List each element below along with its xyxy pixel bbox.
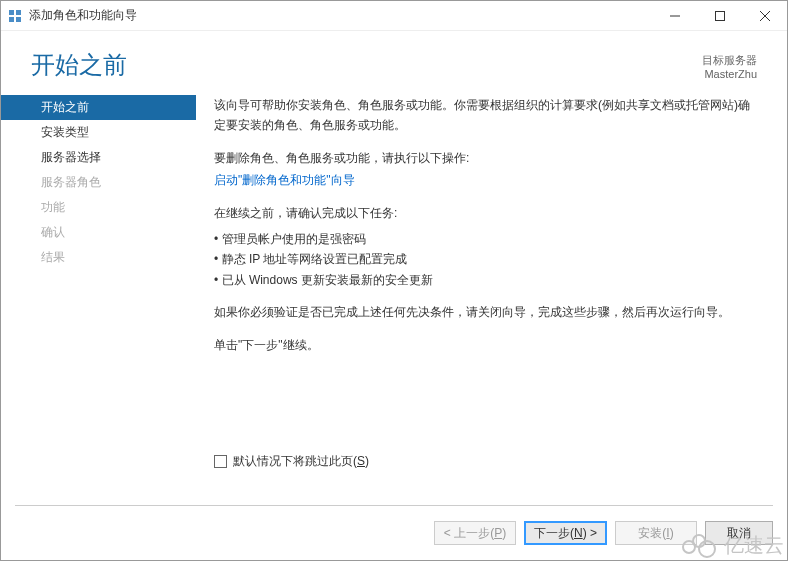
tasks-hint: 在继续之前，请确认完成以下任务: xyxy=(214,203,757,223)
minimize-icon xyxy=(670,11,680,21)
skip-label: 默认情况下将跳过此页(S) xyxy=(233,451,369,471)
wizard-window: 添加角色和功能向导 开始之前 目标服务器 MasterZhu 开始之前 安装类型… xyxy=(0,0,788,561)
sidebar-item-label: 服务器选择 xyxy=(41,150,101,164)
content: 该向导可帮助你安装角色、角色服务或功能。你需要根据组织的计算要求(例如共享文档或… xyxy=(196,89,787,501)
sidebar-item-label: 结果 xyxy=(41,250,65,264)
sidebar-item-label: 开始之前 xyxy=(41,100,89,114)
app-icon xyxy=(7,8,23,24)
target-server-box: 目标服务器 MasterZhu xyxy=(702,53,757,80)
page-title: 开始之前 xyxy=(31,49,702,81)
task-item: 已从 Windows 更新安装最新的安全更新 xyxy=(214,270,757,290)
remove-wizard-link[interactable]: 启动"删除角色和功能"向导 xyxy=(214,173,355,187)
header: 开始之前 目标服务器 MasterZhu xyxy=(1,31,787,89)
svg-rect-5 xyxy=(715,11,724,20)
sidebar-item-results: 结果 xyxy=(1,245,196,270)
task-item: 管理员帐户使用的是强密码 xyxy=(214,229,757,249)
skip-option[interactable]: 默认情况下将跳过此页(S) xyxy=(214,451,757,471)
task-list: 管理员帐户使用的是强密码 静态 IP 地址等网络设置已配置完成 已从 Windo… xyxy=(214,229,757,290)
close-button[interactable] xyxy=(742,1,787,31)
maximize-icon xyxy=(715,11,725,21)
titlebar: 添加角色和功能向导 xyxy=(1,1,787,31)
svg-rect-3 xyxy=(16,17,21,22)
previous-button: < 上一步(P) xyxy=(434,521,516,545)
sidebar: 开始之前 安装类型 服务器选择 服务器角色 功能 确认 结果 xyxy=(1,89,196,501)
install-button: 安装(I) xyxy=(615,521,697,545)
verify-text: 如果你必须验证是否已完成上述任何先决条件，请关闭向导，完成这些步骤，然后再次运行… xyxy=(214,302,757,322)
skip-checkbox[interactable] xyxy=(214,455,227,468)
sidebar-item-server-roles: 服务器角色 xyxy=(1,170,196,195)
target-server-name: MasterZhu xyxy=(702,68,757,80)
maximize-button[interactable] xyxy=(697,1,742,31)
intro-text: 该向导可帮助你安装角色、角色服务或功能。你需要根据组织的计算要求(例如共享文档或… xyxy=(214,95,757,136)
sidebar-item-install-type[interactable]: 安装类型 xyxy=(1,120,196,145)
remove-hint: 要删除角色、角色服务或功能，请执行以下操作: xyxy=(214,148,757,168)
close-icon xyxy=(760,11,770,21)
target-server-label: 目标服务器 xyxy=(702,53,757,68)
window-title: 添加角色和功能向导 xyxy=(29,7,137,24)
next-button[interactable]: 下一步(N) > xyxy=(524,521,607,545)
sidebar-item-label: 安装类型 xyxy=(41,125,89,139)
next-hint: 单击"下一步"继续。 xyxy=(214,335,757,355)
sidebar-item-before-you-begin[interactable]: 开始之前 xyxy=(1,95,196,120)
footer: < 上一步(P) 下一步(N) > 安装(I) 取消 xyxy=(1,506,787,560)
sidebar-item-label: 功能 xyxy=(41,200,65,214)
sidebar-item-features: 功能 xyxy=(1,195,196,220)
sidebar-item-server-selection[interactable]: 服务器选择 xyxy=(1,145,196,170)
body: 开始之前 安装类型 服务器选择 服务器角色 功能 确认 结果 该向导可帮助你安装… xyxy=(1,89,787,501)
cancel-button[interactable]: 取消 xyxy=(705,521,773,545)
sidebar-item-label: 确认 xyxy=(41,225,65,239)
svg-rect-2 xyxy=(9,17,14,22)
svg-rect-0 xyxy=(9,10,14,15)
sidebar-item-confirm: 确认 xyxy=(1,220,196,245)
task-item: 静态 IP 地址等网络设置已配置完成 xyxy=(214,249,757,269)
svg-rect-1 xyxy=(16,10,21,15)
sidebar-item-label: 服务器角色 xyxy=(41,175,101,189)
minimize-button[interactable] xyxy=(652,1,697,31)
